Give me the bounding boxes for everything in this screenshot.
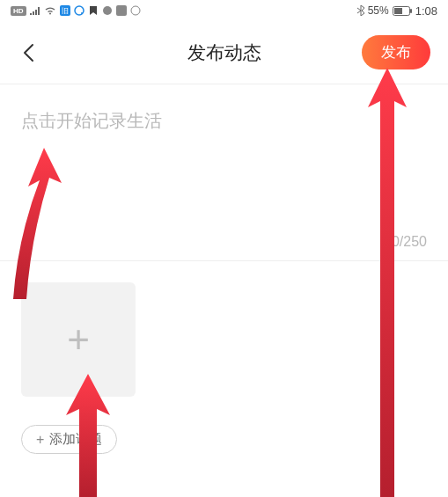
wifi-icon <box>44 6 56 15</box>
svg-rect-8 <box>410 9 412 13</box>
add-topic-label: 添加话题 <box>49 431 102 448</box>
battery-percent: 55% <box>368 4 389 17</box>
add-media-button[interactable]: + <box>21 282 136 397</box>
media-section: + <box>0 261 448 418</box>
header: 发布动态 发布 <box>0 21 448 84</box>
svg-point-6 <box>131 6 140 15</box>
clock: 1:08 <box>415 4 437 18</box>
svg-text:旧: 旧 <box>62 7 69 15</box>
svg-point-3 <box>81 12 83 14</box>
content-input[interactable] <box>21 109 427 215</box>
app-icon-3 <box>88 5 99 16</box>
svg-point-4 <box>103 6 112 15</box>
plus-icon: + <box>36 432 44 448</box>
battery-icon <box>393 6 412 16</box>
chevron-left-icon <box>22 43 34 62</box>
char-counter: 0/250 <box>0 234 448 250</box>
svg-rect-5 <box>116 5 127 16</box>
app-icon-6 <box>130 5 141 16</box>
page-title: 发布动态 <box>187 40 261 65</box>
app-icon-1: 旧 <box>60 5 70 16</box>
status-bar: HD 旧 55% 1:08 <box>0 0 448 21</box>
publish-button[interactable]: 发布 <box>362 35 430 69</box>
app-icon-2 <box>74 5 84 16</box>
svg-rect-9 <box>394 8 402 14</box>
plus-icon: + <box>67 320 90 359</box>
app-icon-5 <box>116 5 127 16</box>
back-button[interactable] <box>18 42 39 63</box>
status-left: HD 旧 <box>11 5 141 16</box>
status-right: 55% 1:08 <box>357 4 437 18</box>
signal-icon <box>30 6 40 15</box>
add-topic-button[interactable]: + 添加话题 <box>21 425 117 454</box>
compose-area <box>0 84 448 227</box>
bluetooth-icon <box>357 5 364 16</box>
app-icon-4 <box>102 5 113 16</box>
hd-indicator: HD <box>11 6 26 16</box>
